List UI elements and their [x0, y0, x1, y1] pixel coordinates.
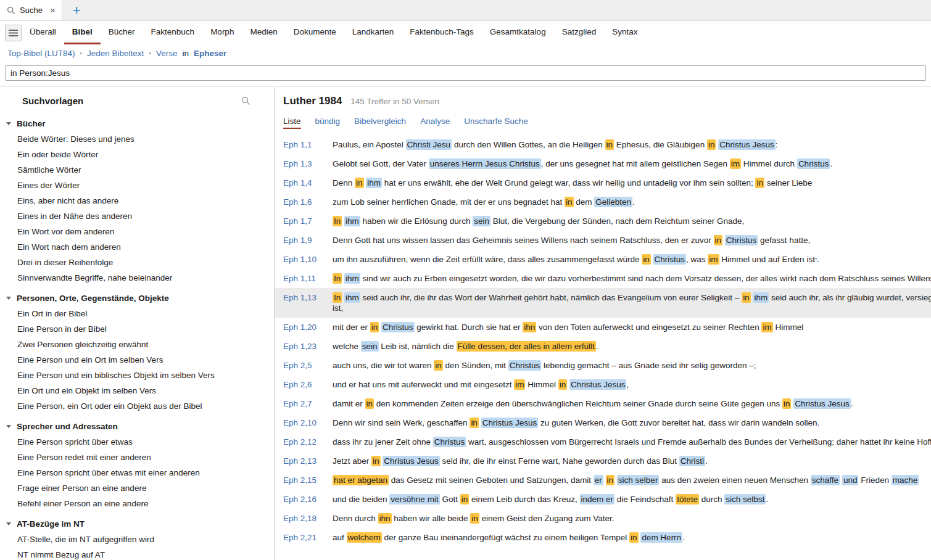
highlight-term: In: [333, 292, 342, 303]
view-tab-unscharfe-suche[interactable]: Unscharfe Suche: [464, 117, 528, 129]
result-row[interactable]: Eph 1,4Denn in ihm hat er uns erwählt, e…: [275, 173, 931, 192]
search-template-eine-person-spricht-über-etwas-mit-einer-anderen[interactable]: Eine Person spricht über etwas mit einer…: [6, 465, 274, 480]
result-row[interactable]: Eph 1,6zum Lob seiner herrlichen Gnade, …: [275, 192, 931, 212]
toolbar-item-morph[interactable]: Morph: [202, 21, 242, 44]
sidebar-section-bücher[interactable]: Bücher: [6, 116, 274, 131]
verse-reference-link[interactable]: Eph 1,4: [283, 178, 333, 188]
breadcrumb-verse[interactable]: Verse: [156, 49, 178, 58]
search-template-nt-nimmt-bezug-auf-at[interactable]: NT nimmt Bezug auf AT: [6, 547, 274, 560]
toolbar-item-satzglied[interactable]: Satzglied: [554, 21, 605, 44]
view-tab-bibelvergleich[interactable]: Bibelvergleich: [354, 117, 406, 129]
verse-reference-link[interactable]: Eph 1,11: [283, 273, 333, 284]
close-icon[interactable]: ×: [50, 6, 56, 15]
search-template-eine-person-und-ein-biblisches-objekt-im-selben-vers[interactable]: Eine Person und ein biblisches Objekt im…: [6, 368, 274, 383]
search-input[interactable]: [5, 65, 926, 81]
result-row[interactable]: Eph 1,10um ihn auszuführen, wenn die Zei…: [275, 250, 931, 269]
result-row[interactable]: Eph 2,16und die beiden versöhne mit Gott…: [275, 490, 931, 509]
verse-reference-link[interactable]: Eph 2,15: [283, 475, 333, 485]
result-row[interactable]: Eph 2,10Denn wir sind sein Werk, geschaf…: [275, 413, 931, 432]
search-template-eine-person-in-der-bibel[interactable]: Eine Person in der Bibel: [6, 321, 274, 337]
search-template-ein-wort-nach-dem-anderen[interactable]: Ein Wort nach dem anderen: [6, 239, 274, 255]
search-template-eine-person-spricht-über-etwas[interactable]: Eine Person spricht über etwas: [6, 434, 274, 450]
highlight-person: Geliebten: [594, 197, 632, 207]
result-row[interactable]: Eph 1,7In ihm haben wir die Erlösung dur…: [275, 212, 931, 231]
verse-reference-link[interactable]: Eph 1,9: [283, 235, 333, 245]
result-row[interactable]: Eph 1,1Paulus, ein Apostel Christi Jesu …: [275, 135, 931, 154]
result-row[interactable]: Eph 1,3Gelobt sei Gott, der Vater unsere…: [275, 154, 931, 173]
toolbar-item-faktenbuch-tags[interactable]: Faktenbuch-Tags: [402, 21, 482, 44]
search-template-beide-wörter-dieses-und-jenes[interactable]: Beide Wörter: Dieses und jenes: [6, 131, 274, 147]
sidebar-section-personen-orte-gegenstände-objekte[interactable]: Personen, Orte, Gegenstände, Objekte: [6, 290, 274, 306]
view-tab-bündig[interactable]: bündig: [315, 117, 341, 129]
search-template-eines-der-wörter[interactable]: Eines der Wörter: [6, 178, 274, 193]
result-row[interactable]: Eph 2,18Denn durch ihn haben wir alle be…: [275, 509, 931, 528]
sidebar-section-at-bezüge-im-nt[interactable]: AT-Bezüge im NT: [6, 516, 274, 532]
result-row[interactable]: Eph 2,6und er hat uns mit auferweckt und…: [275, 375, 931, 394]
result-row[interactable]: Eph 2,15hat er abgetan das Gesetz mit se…: [275, 471, 931, 490]
verse-reference-link[interactable]: Eph 1,23: [283, 341, 333, 352]
verse-reference-link[interactable]: Eph 1,3: [283, 159, 333, 169]
search-template-eins-aber-nicht-das-andere[interactable]: Eins, aber nicht das andere: [6, 193, 274, 208]
result-row[interactable]: Eph 1,9Denn Gott hat uns wissen lassen d…: [275, 231, 931, 250]
result-row[interactable]: Eph 1,23welche sein Leib ist, nämlich di…: [275, 337, 931, 356]
search-template-ein-ort-in-der-bibel[interactable]: Ein Ort in der Bibel: [6, 306, 274, 321]
toolbar-item-landkarten[interactable]: Landkarten: [344, 21, 402, 44]
search-template-eine-person-redet-mit-einer-anderen[interactable]: Eine Person redet mit einer anderen: [6, 450, 274, 465]
search-template-ein-wort-vor-dem-anderen[interactable]: Ein Wort vor dem anderen: [6, 224, 274, 239]
search-template-ein-ort-und-ein-objekt-im-selben-vers[interactable]: Ein Ort und ein Objekt im selben Vers: [6, 383, 274, 398]
verse-reference-link[interactable]: Eph 2,13: [283, 456, 333, 466]
menu-button[interactable]: [5, 25, 22, 41]
toolbar-item-medien[interactable]: Medien: [242, 21, 285, 44]
verse-reference-link[interactable]: Eph 1,13: [283, 292, 333, 313]
result-row[interactable]: Eph 1,20mit der er in Christus gewirkt h…: [275, 318, 931, 337]
search-template-ein-oder-beide-wörter[interactable]: Ein oder beide Wörter: [6, 147, 274, 162]
verse-reference-link[interactable]: Eph 2,7: [283, 398, 333, 409]
result-row[interactable]: Eph 1,13In ihm seid auch ihr, die ihr da…: [275, 288, 931, 318]
result-row[interactable]: Eph 1,11In ihm sind wir auch zu Erben ei…: [275, 269, 931, 288]
search-template-at-stelle-die-im-nt-aufgegriffen-wird[interactable]: AT-Stelle, die im NT aufgegriffen wird: [6, 532, 274, 547]
search-template-eine-person-und-ein-ort-im-selben-vers[interactable]: Eine Person und ein Ort im selben Vers: [6, 352, 274, 368]
result-row[interactable]: Eph 2,7damit er in den kommenden Zeiten …: [275, 394, 931, 413]
breadcrumb-epheser[interactable]: Epheser: [194, 49, 226, 58]
tab-suche[interactable]: Suche ×: [0, 0, 62, 20]
verse-reference-link[interactable]: Eph 2,21: [283, 532, 333, 543]
new-tab-button[interactable]: +: [73, 4, 81, 17]
verse-reference-link[interactable]: Eph 1,20: [283, 322, 333, 332]
toolbar-item-bücher[interactable]: Bücher: [101, 21, 143, 44]
verse-reference-link[interactable]: Eph 1,10: [283, 254, 333, 265]
toolbar-item-bibel[interactable]: Bibel: [64, 21, 101, 44]
verse-reference-link[interactable]: Eph 2,10: [283, 418, 333, 428]
verse-reference-link[interactable]: Eph 2,16: [283, 494, 333, 504]
result-row[interactable]: Eph 2,13Jetzt aber in Christus Jesus sei…: [275, 451, 931, 471]
search-template-eines-in-der-nähe-des-anderen[interactable]: Eines in der Nähe des anderen: [6, 208, 274, 224]
result-row[interactable]: Eph 2,5auch uns, die wir tot waren in de…: [275, 356, 931, 375]
verse-reference-link[interactable]: Eph 2,6: [283, 379, 333, 390]
toolbar-item-gesamtkatalog[interactable]: Gesamtkatalog: [482, 21, 554, 44]
verse-reference-link[interactable]: Eph 2,18: [283, 513, 333, 524]
verse-reference-link[interactable]: Eph 2,12: [283, 437, 333, 447]
view-tab-liste[interactable]: Liste: [283, 117, 301, 129]
verse-reference-link[interactable]: Eph 1,6: [283, 197, 333, 207]
result-row[interactable]: Eph 2,21auf welchem der ganze Bau ineina…: [275, 528, 931, 547]
verse-reference-link[interactable]: Eph 2,5: [283, 360, 333, 371]
view-tab-analyse[interactable]: Analyse: [420, 117, 450, 129]
toolbar-item-syntax[interactable]: Syntax: [604, 21, 645, 44]
verse-reference-link[interactable]: Eph 1,1: [283, 139, 333, 150]
toolbar-item-überall[interactable]: Überall: [22, 21, 64, 44]
search-template-befehl-einer-person-an-eine-andere[interactable]: Befehl einer Person an eine andere: [6, 496, 274, 511]
toolbar-item-faktenbuch[interactable]: Faktenbuch: [143, 21, 203, 44]
breadcrumb-jeden-bibeltext[interactable]: Jeden Bibeltext: [87, 49, 144, 58]
toolbar-item-dokumente[interactable]: Dokumente: [286, 21, 344, 44]
highlight-person: ihm: [344, 216, 360, 226]
result-row[interactable]: Eph 2,12dass ihr zu jener Zeit ohne Chri…: [275, 432, 931, 451]
search-template-eine-person-ein-ort-oder-ein-objekt-aus-der-bibel[interactable]: Eine Person, ein Ort oder ein Objekt aus…: [6, 398, 274, 414]
sidebar-section-sprecher-und-adressaten[interactable]: Sprecher und Adressaten: [6, 419, 274, 434]
search-template-zwei-personen-gleichzeitig-erwähnt[interactable]: Zwei Personen gleichzeitig erwähnt: [6, 337, 274, 352]
search-template-sämtliche-wörter[interactable]: Sämtliche Wörter: [6, 162, 274, 178]
search-template-frage-einer-person-an-eine-andere[interactable]: Frage einer Person an eine andere: [6, 480, 274, 496]
search-template-sinnverwandte-begriffe-nahe-beieinander[interactable]: Sinnverwandte Begriffe, nahe beieinander: [6, 270, 274, 286]
verse-reference-link[interactable]: Eph 1,7: [283, 216, 333, 226]
search-template-drei-in-dieser-reihenfolge[interactable]: Drei in dieser Reihenfolge: [6, 255, 274, 270]
breadcrumb-top-bibel-lut84[interactable]: Top-Bibel (LUT84): [7, 49, 75, 58]
sidebar-search-icon[interactable]: [241, 96, 250, 105]
